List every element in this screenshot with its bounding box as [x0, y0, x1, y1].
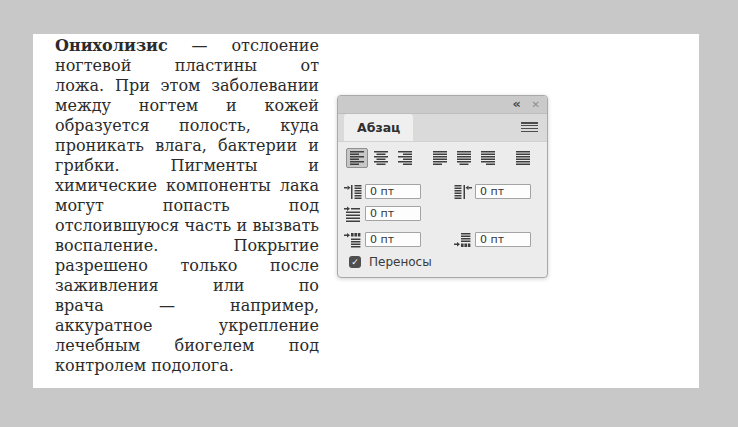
alignment-buttons-row — [346, 148, 534, 168]
tab-paragraph-label: Абзац — [357, 120, 400, 135]
application-canvas: Онихолизис — отслоение ногтевой пластины… — [0, 0, 738, 427]
panel-tabstrip: Абзац — [338, 114, 547, 142]
text-line: между ногтем и кожей — [55, 96, 319, 116]
text-line: лечебным биогелем под — [55, 336, 319, 356]
space-before-input[interactable] — [365, 232, 421, 247]
indent-left-icon — [344, 184, 362, 200]
paragraph-text-frame[interactable]: Онихолизис — отслоение ногтевой пластины… — [55, 36, 319, 376]
align-left-icon — [349, 150, 365, 166]
close-icon[interactable]: ✕ — [532, 96, 540, 113]
tab-paragraph[interactable]: Абзац — [344, 114, 413, 141]
indent-first-line-input[interactable] — [365, 206, 421, 221]
text-line: ногтевой пластины от ногтевого — [55, 56, 319, 76]
justify-all-icon — [515, 150, 531, 166]
text-line-rest: — отслоение — [192, 36, 319, 55]
justify-last-left-button[interactable] — [429, 148, 451, 168]
text-line: Онихолизис — отслоение — [55, 36, 319, 56]
hyphenate-label: Переносы — [369, 255, 432, 269]
text-line: могут попасть под — [55, 196, 319, 216]
indent-right-icon — [454, 184, 472, 200]
space-after-icon — [454, 232, 472, 248]
text-line: врача — например, допускается — [55, 296, 319, 316]
space-after-input[interactable] — [475, 232, 531, 247]
text-line: образуется полость, куда могут — [55, 116, 319, 136]
text-line: контролем подолога. — [55, 356, 319, 376]
text-line: разрешено только после полного — [55, 256, 319, 276]
space-before-icon — [344, 232, 362, 248]
text-line: отслоившуюся часть и вызвать — [55, 216, 319, 236]
justify-last-right-icon — [480, 150, 496, 166]
text-line: грибки. Пигменты и — [55, 156, 319, 176]
indent-first-line-icon — [344, 206, 362, 222]
paragraph-panel: « ✕ Абзац — [337, 95, 548, 278]
justify-last-left-icon — [432, 150, 448, 166]
bold-lead-word: Онихолизис — [55, 36, 168, 55]
indent-left-input[interactable] — [365, 184, 421, 199]
justify-all-button[interactable] — [512, 148, 534, 168]
align-right-icon — [397, 150, 413, 166]
align-center-button[interactable] — [370, 148, 392, 168]
text-line: заживления или по назначению — [55, 276, 319, 296]
text-line: проникать влага, бактерии и — [55, 136, 319, 156]
align-right-button[interactable] — [394, 148, 416, 168]
justify-last-center-button[interactable] — [453, 148, 475, 168]
collapse-to-icons-icon[interactable]: « — [513, 96, 521, 113]
justify-last-center-icon — [456, 150, 472, 166]
panel-body: ✓ Переносы — [338, 142, 547, 280]
align-center-icon — [373, 150, 389, 166]
indent-right-input[interactable] — [475, 184, 531, 199]
text-line: химические компоненты лака — [55, 176, 319, 196]
hyphenate-checkbox-row[interactable]: ✓ Переносы — [349, 255, 432, 269]
justify-last-right-button[interactable] — [477, 148, 499, 168]
panel-menu-icon[interactable] — [521, 122, 538, 133]
text-line: ложа. При этом заболевании — [55, 76, 319, 96]
hyphenate-checkbox[interactable]: ✓ — [349, 256, 361, 268]
text-line: воспаление. Покрытие — [55, 236, 319, 256]
panel-titlebar[interactable]: « ✕ — [338, 96, 547, 114]
align-left-button[interactable] — [346, 148, 368, 168]
checkmark-icon: ✓ — [351, 256, 359, 268]
text-line: аккуратное укрепление — [55, 316, 319, 336]
